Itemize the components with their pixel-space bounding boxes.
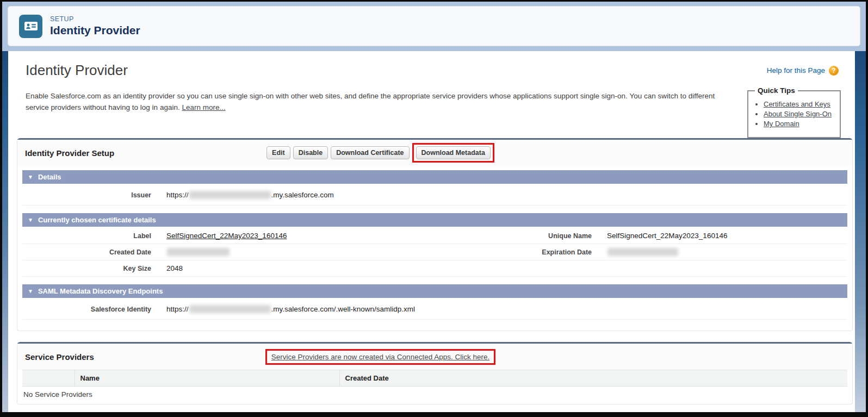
issuer-row: Issuer https://.my.salesforce.com — [22, 185, 847, 206]
saml-endpoints-rows: Salesforce Identity https://.my.salesfor… — [22, 298, 847, 323]
redacted-value — [607, 248, 678, 256]
help-for-this-page: Help for this Page ? — [767, 66, 839, 76]
table-header-name: Name — [75, 370, 339, 387]
learn-more-link[interactable]: Learn more... — [182, 103, 225, 111]
main-page: Identity Provider Help for this Page ? Q… — [2, 51, 866, 412]
quick-tips-list-item: My Domain — [764, 120, 834, 128]
screenshot-frame: SETUP Identity Provider Identity Provide… — [0, 0, 868, 417]
issuer-suffix: .my.salesforce.com — [271, 191, 334, 199]
service-providers-header: Service Providers Service Providers are … — [17, 344, 852, 370]
identity-prefix: https:// — [166, 305, 189, 313]
expiration-date-value — [607, 248, 847, 257]
unique-name-label: Unique Name — [506, 232, 607, 240]
created-date-value — [166, 248, 506, 257]
collapse-triangle-icon: ▼ — [28, 217, 33, 223]
identity-provider-setup-section: Identity Provider Setup Edit Disable Dow… — [17, 138, 853, 331]
saml-endpoints-section-title: SAML Metadata Discovery Endpoints — [38, 287, 163, 295]
left-decoration-strip — [2, 51, 8, 412]
certificate-link[interactable]: SelfSignedCert_22May2023_160146 — [166, 232, 287, 240]
disable-button[interactable]: Disable — [293, 146, 328, 159]
issuer-prefix: https:// — [166, 191, 189, 199]
identity-provider-setup-header: Identity Provider Setup Edit Disable Dow… — [17, 140, 852, 166]
expiration-date-label: Expiration Date — [506, 248, 607, 256]
redacted-value — [167, 248, 230, 256]
redacted-value — [189, 191, 271, 199]
description-text: Enable Salesforce.com as an identity pro… — [26, 92, 715, 111]
collapse-triangle-icon: ▼ — [28, 174, 33, 180]
details-rows: Issuer https://.my.salesforce.com — [22, 184, 847, 209]
download-metadata-button[interactable]: Download Metadata — [416, 146, 491, 159]
service-providers-banner: Service Providers are now created via Co… — [17, 349, 743, 365]
certificate-row-3: Key Size 2048 — [22, 260, 847, 277]
details-section-toggle[interactable]: ▼ Details — [22, 170, 847, 184]
quick-tip-link-about-single-sign-on[interactable]: About Single Sign-On — [764, 110, 832, 118]
salesforce-identity-row: Salesforce Identity https://.my.salesfor… — [22, 299, 847, 320]
quick-tip-link-certificates-and-keys[interactable]: Certificates and Keys — [764, 100, 830, 108]
certificate-details-section-toggle[interactable]: ▼ Currently chosen certificate details — [22, 213, 847, 227]
setup-header-text: SETUP Identity Provider — [50, 15, 140, 37]
right-decoration-strip — [855, 51, 866, 412]
help-question-icon[interactable]: ? — [829, 66, 839, 76]
unique-name-value: SelfSignedCert_22May2023_160146 — [607, 232, 847, 240]
collapse-triangle-icon: ▼ — [28, 288, 33, 294]
key-size-label: Key Size — [22, 265, 166, 272]
quick-tips-list-item: About Single Sign-On — [764, 110, 834, 118]
connected-apps-link[interactable]: Service Providers are now created via Co… — [271, 353, 489, 361]
redacted-value — [189, 305, 271, 313]
quick-tip-link-my-domain[interactable]: My Domain — [764, 120, 799, 128]
key-size-value: 2048 — [166, 264, 506, 272]
page-title: Identity Provider — [26, 62, 128, 79]
created-date-label: Created Date — [22, 248, 166, 256]
service-providers-table: Name Created Date — [22, 370, 847, 387]
service-providers-body: Name Created Date No Service Providers — [17, 370, 852, 404]
quick-tips-list-item: Certificates and Keys — [764, 100, 834, 108]
help-link[interactable]: Help for this Page — [767, 66, 825, 74]
certificate-details-rows: Label SelfSignedCert_22May2023_160146 Un… — [22, 227, 847, 280]
table-header-row: Name Created Date — [22, 370, 847, 387]
identity-provider-icon — [19, 15, 42, 38]
setup-eyebrow: SETUP — [50, 15, 140, 23]
service-providers-section: Service Providers Service Providers are … — [17, 342, 853, 404]
annotation-highlight-connected-apps-link: Service Providers are now created via Co… — [265, 349, 495, 365]
cert-label-label: Label — [22, 232, 166, 240]
quick-tips-box: Quick Tips Certificates and Keys About S… — [747, 86, 841, 138]
certificate-row-2: Created Date Expiration Date — [22, 244, 847, 260]
setup-title: Identity Provider — [50, 24, 140, 37]
details-section-title: Details — [38, 173, 61, 181]
cert-label-value: SelfSignedCert_22May2023_160146 — [166, 232, 506, 240]
certificate-details-section-title: Currently chosen certificate details — [38, 216, 156, 224]
identity-suffix: .my.salesforce.com/.well-known/samlidp.x… — [271, 305, 416, 313]
table-header-empty — [22, 370, 75, 387]
table-header-created-date: Created Date — [339, 370, 847, 387]
setup-button-group: Edit Disable Download Certificate Downlo… — [17, 143, 743, 163]
identity-provider-setup-body: ▼ Details Issuer https://.my.salesforce.… — [17, 166, 852, 331]
annotation-highlight-download-metadata: Download Metadata — [412, 143, 494, 163]
salesforce-identity-label: Salesforce Identity — [22, 306, 166, 313]
no-service-providers-message: No Service Providers — [22, 387, 847, 401]
page-content: Identity Provider Help for this Page ? Q… — [8, 51, 855, 412]
setup-banner: SETUP Identity Provider — [2, 2, 866, 51]
issuer-label: Issuer — [22, 191, 166, 199]
page-description: Enable Salesforce.com as an identity pro… — [26, 91, 749, 114]
quick-tips-title: Quick Tips — [755, 86, 798, 95]
saml-endpoints-section-toggle[interactable]: ▼ SAML Metadata Discovery Endpoints — [22, 284, 847, 298]
edit-button[interactable]: Edit — [266, 146, 290, 159]
page-header: Identity Provider Help for this Page ? — [17, 59, 853, 79]
setup-header-card: SETUP Identity Provider — [8, 6, 860, 46]
certificate-row-1: Label SelfSignedCert_22May2023_160146 Un… — [22, 228, 847, 244]
issuer-value: https://.my.salesforce.com — [166, 191, 847, 200]
salesforce-identity-value: https://.my.salesforce.com/.well-known/s… — [166, 305, 847, 314]
download-certificate-button[interactable]: Download Certificate — [331, 146, 409, 159]
